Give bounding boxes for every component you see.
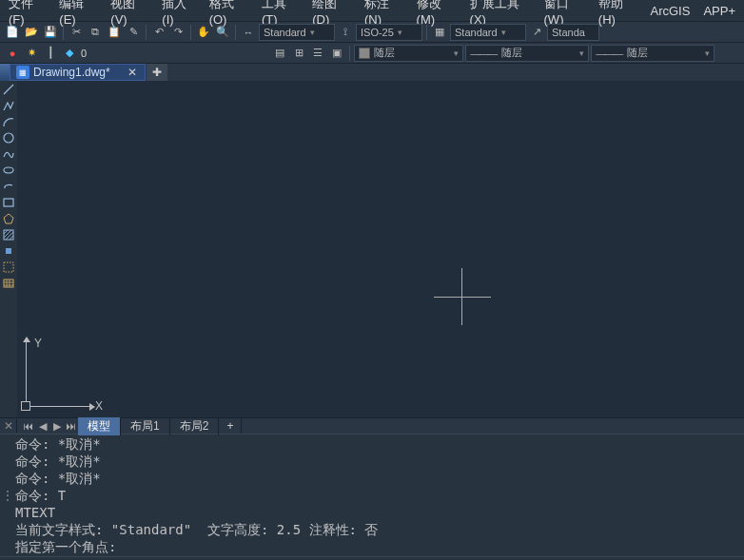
table-icon[interactable]: ▦ — [431, 24, 448, 41]
iso-value: ISO-25 — [361, 27, 394, 38]
cmd-history-line: 当前文字样式: "Standard" 文字高度: 2.5 注释性: 否 — [15, 521, 740, 538]
color-swatch — [359, 48, 370, 59]
separator — [190, 25, 191, 40]
nav-prev-icon[interactable]: ◀ — [35, 420, 49, 433]
drawing-canvas[interactable]: Y X — [17, 81, 744, 417]
layout-tab-model[interactable]: 模型 — [78, 417, 121, 435]
dim-style-value: Standard — [264, 27, 306, 38]
chevron-down-icon: ▾ — [454, 48, 459, 58]
dim-style-combo[interactable]: Standard▾ — [259, 24, 335, 41]
hatch-tool-icon[interactable] — [2, 228, 15, 241]
cmd-history-line: MTEXT — [15, 504, 740, 521]
paste-icon[interactable]: 📋 — [106, 24, 123, 41]
cmd-history-line: 指定第一个角点: — [15, 538, 740, 555]
mleader-icon[interactable]: ↗ — [528, 24, 545, 41]
redo-icon[interactable]: ↷ — [169, 24, 186, 41]
copy-icon[interactable]: ⧉ — [87, 24, 104, 41]
layer-off-icon[interactable]: ▣ — [328, 45, 345, 62]
pan-icon[interactable]: ✋ — [195, 24, 212, 41]
chevron-down-icon: ▾ — [310, 28, 315, 37]
dimline-icon[interactable]: ⟟ — [337, 24, 354, 41]
rec-icon[interactable]: ● — [4, 45, 21, 62]
cmd-toggle-icon[interactable]: ✕ — [0, 419, 17, 433]
lineweight-value: 随层 — [627, 46, 648, 60]
cmd-history-line: 命令: *取消* — [15, 453, 740, 470]
layer-mgr-icon[interactable]: ☰ — [309, 45, 326, 62]
ucs-x-label: X — [95, 399, 103, 413]
main-area: Y X — [0, 81, 744, 417]
layer-state-icon[interactable]: ⊞ — [290, 45, 307, 62]
svg-rect-3 — [4, 230, 13, 240]
layer-icon[interactable]: ✷ — [23, 45, 40, 62]
linetype-combo[interactable]: ——— 随层 ▾ — [465, 45, 589, 62]
svg-rect-6 — [4, 280, 13, 287]
new-document-tab[interactable]: ✚ — [147, 64, 167, 81]
separator — [63, 25, 64, 40]
color-combo[interactable]: 随层 ▾ — [354, 45, 463, 62]
line-tool-icon[interactable] — [2, 83, 15, 96]
layout-tab-1[interactable]: 布局1 — [121, 417, 170, 435]
spline-tool-icon[interactable] — [2, 147, 15, 161]
table-style-combo[interactable]: Standard▾ — [450, 24, 526, 41]
separator — [235, 25, 236, 40]
tab-strip-handle[interactable] — [0, 64, 10, 81]
svg-rect-4 — [6, 248, 11, 254]
chevron-down-icon: ▾ — [398, 28, 402, 37]
polygon-tool-icon[interactable] — [2, 212, 15, 225]
layout-tab-add[interactable]: + — [219, 418, 242, 434]
line-icon[interactable]: ┃ — [42, 45, 59, 62]
match-icon[interactable]: ✎ — [125, 24, 142, 41]
ucs-x-axis — [26, 406, 94, 407]
svg-point-1 — [4, 167, 13, 173]
color-value: 随层 — [374, 46, 395, 60]
open-icon[interactable]: 📂 — [23, 24, 40, 41]
nav-first-icon[interactable]: ⏮ — [21, 420, 35, 433]
arc-tool-icon[interactable] — [2, 115, 15, 128]
separator — [426, 25, 427, 40]
command-history: ⋮ 命令: *取消* 命令: *取消* 命令: *取消* 命令: T MTEXT… — [0, 434, 744, 556]
ellipse-arc-icon[interactable] — [2, 180, 15, 193]
save-icon[interactable]: 💾 — [42, 24, 59, 41]
pline-tool-icon[interactable] — [2, 99, 15, 112]
coord-value: 0 — [81, 48, 87, 59]
region-tool-icon[interactable] — [2, 261, 15, 274]
cmd-handle-icon[interactable]: ⋮ — [0, 435, 15, 555]
undo-icon[interactable]: ↶ — [150, 24, 167, 41]
dim-icon[interactable]: ↔ — [240, 24, 257, 41]
document-tab-name: Drawing1.dwg* — [33, 66, 110, 79]
circle-tool-icon[interactable] — [2, 131, 15, 145]
ucs-origin-icon — [21, 401, 30, 411]
table-style-value: Standard — [455, 27, 498, 38]
nav-next-icon[interactable]: ▶ — [49, 420, 64, 433]
menu-app[interactable]: APP+ — [698, 3, 740, 19]
lw-sample: ——— — [596, 48, 621, 59]
cmd-history-line: 命令: *取消* — [15, 470, 740, 487]
point-tool-icon[interactable] — [2, 244, 15, 258]
svg-rect-5 — [4, 262, 13, 272]
nav-last-icon[interactable]: ⏭ — [64, 420, 78, 433]
chevron-down-icon: ▾ — [705, 48, 710, 58]
svg-point-0 — [4, 133, 13, 143]
close-icon[interactable]: ✕ — [126, 66, 139, 79]
rect-tool-icon[interactable] — [2, 196, 15, 209]
lineweight-combo[interactable]: ——— 随层 ▾ — [591, 45, 715, 62]
dwg-icon: ▦ — [16, 66, 29, 79]
menu-arcgis[interactable]: ArcGIS — [645, 3, 695, 19]
props-icon[interactable]: ▤ — [271, 45, 288, 62]
command-panel: ⋮ 命令: *取消* 命令: *取消* 命令: *取消* 命令: T MTEXT… — [0, 434, 744, 560]
layout-tab-2[interactable]: 布局2 — [170, 417, 220, 435]
ellipse-tool-icon[interactable] — [2, 164, 15, 177]
separator — [146, 25, 147, 40]
iso-combo[interactable]: ISO-25▾ — [356, 24, 422, 41]
separator — [349, 46, 350, 61]
new-icon[interactable]: 📄 — [4, 24, 21, 41]
layeriso-icon[interactable]: ◆ — [61, 45, 78, 62]
document-tab[interactable]: ▦ Drawing1.dwg* ✕ — [10, 64, 146, 81]
mleader-style-combo[interactable]: Standa — [547, 24, 599, 41]
zoom-icon[interactable]: 🔍 — [214, 24, 231, 41]
menu-help[interactable]: 帮助(H) — [594, 0, 642, 28]
line-sample: ——— — [470, 48, 496, 59]
linetype-value: 随层 — [501, 46, 522, 60]
cut-icon[interactable]: ✂ — [68, 24, 85, 41]
table-tool-icon[interactable] — [2, 277, 15, 290]
